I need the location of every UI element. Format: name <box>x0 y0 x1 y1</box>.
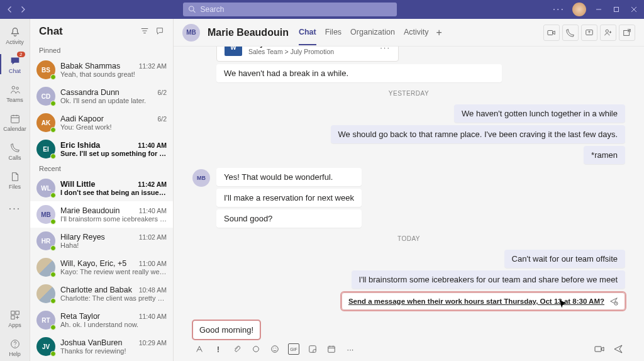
rail-calls[interactable]: Calls <box>0 137 30 165</box>
rail-label: Chat <box>9 68 21 74</box>
minimize-button[interactable] <box>594 4 604 14</box>
svg-point-17 <box>274 348 274 348</box>
chat-name: Will Little <box>60 180 95 189</box>
chat-time: 11:40 AM <box>139 207 167 214</box>
presence-indicator <box>50 272 56 277</box>
message-area: The client wasn't expecting us to be rea… <box>174 47 644 316</box>
search-icon <box>188 5 196 14</box>
section-label: Pinned <box>30 44 173 57</box>
send-button[interactable] <box>613 343 624 355</box>
chat-list-item[interactable]: HRHilary Reyes11:02 AMHaha! <box>30 228 173 254</box>
file-more-button[interactable]: ··· <box>380 47 391 52</box>
chat-preview: Yeah, that sounds great! <box>60 70 167 78</box>
tab-files[interactable]: Files <box>325 20 341 45</box>
chat-name: Reta Taylor <box>60 312 100 321</box>
tab-organization[interactable]: Organization <box>350 20 395 45</box>
rail-label: Teams <box>6 97 23 103</box>
svg-rect-21 <box>595 347 601 352</box>
rail-files[interactable]: Files <box>0 166 30 194</box>
svg-point-16 <box>272 346 279 353</box>
pop-out-button[interactable] <box>619 25 635 41</box>
audio-call-button[interactable] <box>562 25 579 41</box>
chat-avatar <box>36 284 55 303</box>
forward-button[interactable] <box>18 4 28 14</box>
rail-chat[interactable]: Chat2 <box>0 50 30 78</box>
chat-list-item[interactable]: BSBabak Shammas11:32 AMYeah, that sounds… <box>30 57 173 83</box>
presence-indicator <box>50 192 56 198</box>
rail-help[interactable]: Help <box>0 333 30 361</box>
message-bubble: I'll brainstorm some icebreakers for our… <box>352 270 625 289</box>
chat-list-item[interactable]: WLWill Little11:42 AMI don't see that be… <box>30 175 173 201</box>
search-input[interactable] <box>201 5 392 14</box>
rail-calendar[interactable]: Calendar <box>0 108 30 136</box>
more-compose-button[interactable]: ··· <box>345 343 356 355</box>
emoji-button[interactable] <box>269 343 280 355</box>
chat-avatar: BS <box>36 60 55 79</box>
search-box[interactable] <box>183 3 397 16</box>
chat-list-item[interactable]: AKAadi Kapoor6/2You: Great work! <box>30 109 173 136</box>
chat-list-title: Chat <box>39 25 63 38</box>
loop-button[interactable] <box>250 343 262 355</box>
chat-time: 11:40 AM <box>139 313 167 320</box>
files-icon <box>9 170 21 183</box>
rail-more[interactable]: ··· <box>0 195 30 223</box>
conversation-header: MB Marie Beaudouin ChatFilesOrganization… <box>174 19 644 47</box>
chat-list-item[interactable]: Will, Kayo, Eric, +511:00 AMKayo: The re… <box>30 254 173 280</box>
message-bubble: Yes! That would be wonderful. <box>216 168 362 186</box>
share-screen-button[interactable] <box>581 25 597 41</box>
close-button[interactable] <box>629 4 639 14</box>
video-call-button[interactable] <box>543 25 560 41</box>
chat-preview: Charlotte: The client was pretty happy w… <box>60 294 167 302</box>
attach-button[interactable] <box>231 343 243 355</box>
rail-label: Activity <box>6 39 24 45</box>
message-row: MBYes! That would be wonderful.I'll make… <box>192 168 625 228</box>
chat-list-item[interactable]: MBMarie Beaudouin11:40 AMI'll brainstorm… <box>30 201 173 228</box>
schedule-send-prompt[interactable]: Send a message when their work hours sta… <box>341 292 625 310</box>
filter-button[interactable] <box>140 26 149 37</box>
add-tab-button[interactable]: + <box>436 27 442 38</box>
file-attachment[interactable]: WJulyPromotion.docxSales Team > July Pro… <box>216 47 399 62</box>
message-row: Can't wait for our team offsiteI'll brai… <box>192 250 625 289</box>
chat-list-item[interactable]: JVJoshua VanBuren10:29 AMThanks for revi… <box>30 333 173 360</box>
file-location: Sales Team > July Promotion <box>248 48 334 55</box>
tab-activity[interactable]: Activity <box>404 20 429 45</box>
schedule-button[interactable] <box>326 343 337 355</box>
cursor-icon <box>557 299 569 312</box>
presence-indicator <box>50 153 56 159</box>
rail-apps[interactable]: Apps <box>0 304 30 332</box>
priority-button[interactable]: ! <box>213 343 224 355</box>
tab-chat[interactable]: Chat <box>299 20 316 45</box>
presence-indicator <box>50 298 56 304</box>
chat-name: Charlotte and Babak <box>60 286 132 294</box>
date-divider: YESTERDAY <box>192 90 625 97</box>
compose-input[interactable]: Good morning! <box>192 320 260 340</box>
sticker-button[interactable] <box>307 343 318 355</box>
conversation-title: Marie Beaudouin <box>208 27 289 38</box>
chat-list-item[interactable]: CDCassandra Dunn6/2Ok. I'll send an upda… <box>30 83 173 109</box>
maximize-button[interactable] <box>611 4 621 14</box>
chat-preview: I don't see that being an issue. Can you… <box>60 189 167 196</box>
svg-point-12 <box>606 30 608 32</box>
chat-list-item[interactable]: RTReta Taylor11:40 AMAh. ok. I understan… <box>30 307 173 333</box>
message-row: MBThank you for always being so positive… <box>192 47 625 82</box>
chat-name: Eric Ishida <box>60 141 100 150</box>
rail-teams[interactable]: Teams <box>0 79 30 107</box>
add-people-button[interactable] <box>600 25 616 41</box>
rail-activity[interactable]: Activity <box>0 21 30 49</box>
chat-list-item[interactable]: EIEric Ishida11:40 AMSure. I'll set up s… <box>30 136 173 162</box>
format-button[interactable] <box>194 343 205 355</box>
chat-preview: Sure. I'll set up something for next wee… <box>60 150 167 157</box>
camera-button[interactable] <box>594 343 605 355</box>
more-menu[interactable]: ··· <box>553 4 565 15</box>
svg-point-9 <box>14 345 15 346</box>
chat-list-item[interactable]: Charlotte and Babak10:48 AMCharlotte: Th… <box>30 280 173 307</box>
chat-time: 11:00 AM <box>139 260 167 267</box>
svg-rect-4 <box>11 115 19 123</box>
chat-name: Babak Shammas <box>60 62 120 70</box>
chat-name: Will, Kayo, Eric, +5 <box>60 259 126 268</box>
gif-button[interactable]: GIF <box>288 343 299 355</box>
new-chat-button[interactable] <box>155 26 164 37</box>
chat-avatar: AK <box>36 113 55 132</box>
back-button[interactable] <box>5 4 15 14</box>
user-avatar[interactable] <box>572 3 586 16</box>
